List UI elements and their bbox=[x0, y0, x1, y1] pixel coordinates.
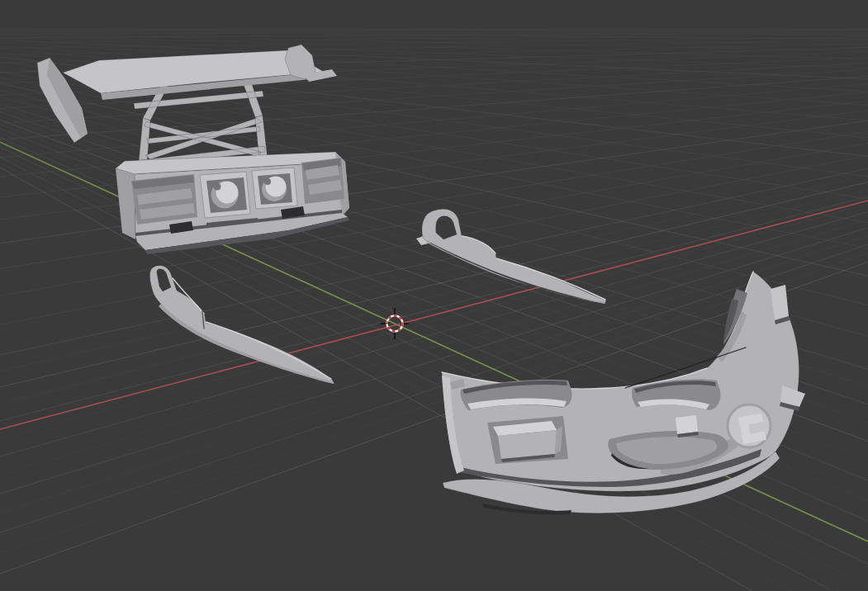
cursor-layer bbox=[0, 0, 868, 591]
cursor-ring-red bbox=[387, 316, 403, 332]
3d-cursor[interactable] bbox=[381, 308, 409, 339]
3d-viewport[interactable] bbox=[0, 0, 868, 591]
